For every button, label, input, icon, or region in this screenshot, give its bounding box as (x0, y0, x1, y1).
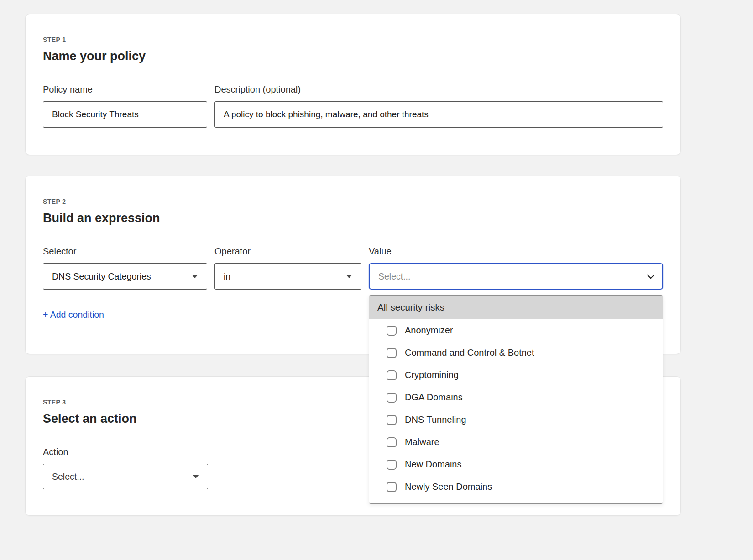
dropdown-option-cryptomining[interactable]: Cryptomining (369, 364, 663, 386)
step1-card: STEP 1 Name your policy Policy name Desc… (25, 14, 681, 155)
checkbox-icon[interactable] (387, 326, 397, 336)
add-condition-link[interactable]: + Add condition (43, 310, 104, 320)
checkbox-icon[interactable] (387, 460, 397, 470)
checkbox-icon[interactable] (387, 348, 397, 358)
operator-dropdown-value: in (224, 271, 230, 282)
checkbox-icon[interactable] (387, 437, 397, 447)
step2-label: STEP 2 (43, 198, 663, 205)
operator-label: Operator (214, 246, 361, 257)
action-dropdown-placeholder: Select... (52, 472, 84, 482)
selector-dropdown[interactable]: DNS Security Categories (43, 263, 207, 290)
checkbox-icon[interactable] (387, 415, 397, 425)
dropdown-option-anonymizer[interactable]: Anonymizer (369, 319, 663, 342)
dropdown-option-newly-seen-domains[interactable]: Newly Seen Domains (369, 476, 663, 498)
value-dropdown-placeholder: Select... (378, 271, 410, 282)
dropdown-option-label: DNS Tunneling (405, 415, 466, 425)
dropdown-option-label: Command and Control & Botnet (405, 347, 534, 358)
dropdown-option-label: DGA Domains (405, 392, 463, 403)
description-label: Description (optional) (214, 84, 663, 95)
selector-dropdown-value: DNS Security Categories (52, 271, 151, 282)
dropdown-group-header: All security risks (369, 296, 663, 319)
description-input[interactable] (214, 101, 663, 128)
action-dropdown[interactable]: Select... (43, 464, 208, 489)
step1-label: STEP 1 (43, 36, 663, 43)
dropdown-option-malware[interactable]: Malware (369, 431, 663, 453)
dropdown-option-label: Malware (405, 437, 439, 447)
policy-name-label: Policy name (43, 84, 207, 95)
value-dropdown-panel: All security risks Anonymizer Command an… (369, 295, 663, 504)
step1-title: Name your policy (43, 49, 663, 63)
value-label: Value (369, 246, 663, 257)
policy-name-input[interactable] (43, 101, 207, 128)
checkbox-icon[interactable] (387, 370, 397, 380)
value-dropdown[interactable]: Select... (369, 263, 663, 290)
checkbox-icon[interactable] (387, 482, 397, 492)
dropdown-option-label: Cryptomining (405, 370, 459, 380)
dropdown-option-label: Newly Seen Domains (405, 482, 492, 492)
step2-title: Build an expression (43, 211, 663, 225)
selector-label: Selector (43, 246, 207, 257)
dropdown-option-new-domains[interactable]: New Domains (369, 453, 663, 476)
operator-dropdown[interactable]: in (214, 263, 361, 290)
dropdown-option-label: Anonymizer (405, 325, 453, 336)
dropdown-option-dga-domains[interactable]: DGA Domains (369, 386, 663, 409)
action-label: Action (43, 447, 208, 457)
caret-down-icon (346, 275, 352, 278)
chevron-down-icon (647, 271, 655, 279)
dropdown-option-command-and-control[interactable]: Command and Control & Botnet (369, 342, 663, 364)
dropdown-option-label: New Domains (405, 459, 461, 470)
step2-card: STEP 2 Build an expression Selector DNS … (25, 176, 681, 354)
checkbox-icon[interactable] (387, 393, 397, 403)
dropdown-option-dns-tunneling[interactable]: DNS Tunneling (369, 409, 663, 431)
caret-down-icon (193, 475, 199, 478)
caret-down-icon (192, 275, 198, 278)
